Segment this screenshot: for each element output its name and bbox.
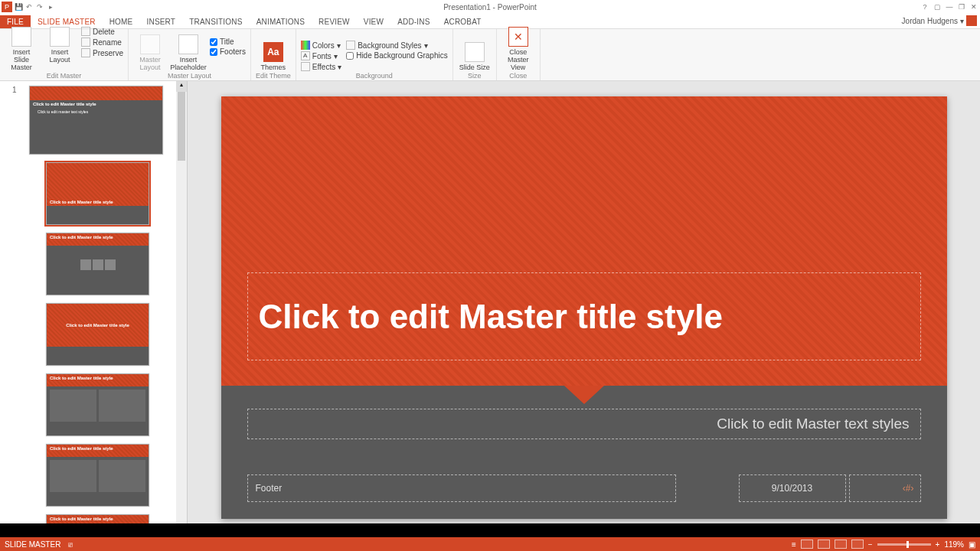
footers-checkbox[interactable]: Footers xyxy=(210,47,246,56)
ribbon-tabs: FILE SLIDE MASTER HOME INSERT TRANSITION… xyxy=(0,14,980,29)
date-placeholder[interactable]: 9/10/2013 xyxy=(739,474,846,502)
minimize-icon[interactable]: — xyxy=(945,2,954,11)
qat-save-icon[interactable]: 💾 xyxy=(14,2,23,11)
restore-icon[interactable]: ❐ xyxy=(957,2,966,11)
colors-button[interactable]: Colors ▾ xyxy=(301,41,341,50)
slide-size-icon xyxy=(465,42,485,62)
ribbon: Insert Slide Master Insert Layout Delete… xyxy=(0,29,980,81)
slide-size-button[interactable]: Slide Size xyxy=(458,41,492,71)
ribbon-group-master-layout: Master Layout Insert Placeholder Title F… xyxy=(129,29,251,80)
themes-icon: Aa xyxy=(263,42,283,62)
layout-thumbnail-5[interactable]: Click to edit Master title style xyxy=(46,444,149,507)
group-label: Edit Master xyxy=(47,72,82,80)
account-name: Jordan Hudgens xyxy=(902,17,958,25)
ribbon-group-size: Slide Size Size xyxy=(453,29,497,80)
slide[interactable]: Click to edit Master title style Click t… xyxy=(221,96,947,519)
layout-thumbnail-6[interactable]: Click to edit Master title style xyxy=(46,514,149,523)
slide-master-icon xyxy=(11,27,31,47)
bg-styles-button[interactable]: Background Styles ▾ xyxy=(346,41,448,50)
group-label: Background xyxy=(356,72,393,80)
number-placeholder[interactable]: ‹#› xyxy=(849,474,921,502)
group-label: Master Layout xyxy=(168,72,211,80)
fonts-icon: A xyxy=(301,51,310,60)
help-icon[interactable]: ? xyxy=(920,2,929,11)
delete-icon xyxy=(81,27,90,36)
account-user[interactable]: Jordan Hudgens ▾ xyxy=(902,15,977,26)
footer-placeholder[interactable]: Footer xyxy=(247,474,676,502)
tab-review[interactable]: REVIEW xyxy=(312,15,357,28)
layout-icon xyxy=(50,27,70,47)
normal-view-button[interactable] xyxy=(801,540,813,549)
qat-start-icon[interactable]: ▸ xyxy=(46,2,55,11)
subtitle-placeholder[interactable]: Click to edit Master text styles xyxy=(247,409,921,439)
qat-undo-icon[interactable]: ↶ xyxy=(24,2,34,11)
app-icon: P xyxy=(2,2,12,12)
chevron-down-icon: ▾ xyxy=(424,41,428,50)
zoom-out-button[interactable]: − xyxy=(868,540,873,549)
zoom-level[interactable]: 119% xyxy=(944,540,964,549)
window-titlebar: P 💾 ↶ ↷ ▸ Presentation1 - PowerPoint ? ▢… xyxy=(0,0,980,14)
placeholder-icon xyxy=(178,34,198,54)
zoom-slider[interactable] xyxy=(877,543,931,546)
effects-button[interactable]: Effects ▾ xyxy=(301,62,341,71)
status-mode: SLIDE MASTER xyxy=(5,540,60,549)
hide-bg-checkbox[interactable]: Hide Background Graphics xyxy=(346,51,448,60)
avatar xyxy=(966,15,977,26)
chevron-down-icon: ▾ xyxy=(338,63,341,71)
chevron-down-icon: ▾ xyxy=(337,41,341,50)
ribbon-group-edit-theme: Aa Themes Edit Theme xyxy=(251,29,296,80)
layout-thumbnail-3[interactable]: Click to edit Master title style xyxy=(46,303,149,366)
ribbon-group-edit-master: Insert Slide Master Insert Layout Delete… xyxy=(0,29,129,80)
title-checkbox[interactable]: Title xyxy=(210,37,246,46)
title-placeholder[interactable]: Click to edit Master title style xyxy=(247,272,921,360)
insert-placeholder-button[interactable]: Insert Placeholder xyxy=(172,33,205,71)
chevron-down-icon: ▾ xyxy=(334,52,338,60)
tab-acrobat[interactable]: ACROBAT xyxy=(437,15,488,28)
group-label: Close xyxy=(509,72,527,80)
tab-transitions[interactable]: TRANSITIONS xyxy=(182,15,249,28)
qat-redo-icon[interactable]: ↷ xyxy=(35,2,44,11)
tab-animations[interactable]: ANIMATIONS xyxy=(250,15,312,28)
close-icon: ✕ xyxy=(508,27,528,47)
insert-layout-button[interactable]: Insert Layout xyxy=(43,25,77,64)
zoom-handle[interactable] xyxy=(906,541,909,548)
colors-icon xyxy=(301,41,310,50)
slide-canvas[interactable]: ➤ Click to edit Master title style Click… xyxy=(188,81,980,523)
insert-slide-master-button[interactable]: Insert Slide Master xyxy=(5,25,38,71)
thumb-number: 1 xyxy=(12,86,17,94)
zoom-in-button[interactable]: + xyxy=(936,540,940,549)
group-label: Size xyxy=(468,72,482,80)
comments-icon[interactable]: ≡ xyxy=(792,540,796,549)
tab-addins[interactable]: ADD-INS xyxy=(390,15,437,28)
sorter-view-button[interactable] xyxy=(818,540,830,549)
preserve-icon xyxy=(81,48,90,57)
layout-thumbnail-4[interactable]: Click to edit Master title style xyxy=(46,373,149,436)
ribbon-options-icon[interactable]: ▢ xyxy=(933,2,942,11)
group-label: Edit Theme xyxy=(256,72,291,80)
ribbon-group-background: Colors ▾ AFonts ▾ Effects ▾ Background S… xyxy=(296,29,453,80)
close-master-view-button[interactable]: ✕ Close Master View xyxy=(501,25,535,71)
ribbon-group-close: ✕ Close Master View Close xyxy=(497,29,541,80)
master-thumbnail[interactable]: Click to edit Master title style Click t… xyxy=(29,86,163,155)
notch-shape xyxy=(564,386,604,404)
fit-to-window-button[interactable]: ▣ xyxy=(969,540,975,549)
master-layout-button[interactable]: Master Layout xyxy=(133,33,167,71)
fonts-button[interactable]: AFonts ▾ xyxy=(301,51,341,60)
close-window-icon[interactable]: ✕ xyxy=(969,2,978,11)
preserve-button[interactable]: Preserve xyxy=(81,48,123,57)
layout-thumbnail-2[interactable]: Click to edit Master title style xyxy=(46,233,149,295)
letterbox xyxy=(0,523,980,537)
slideshow-view-button[interactable] xyxy=(851,540,864,549)
effects-icon xyxy=(301,62,310,71)
window-title: Presentation1 - PowerPoint xyxy=(443,3,537,11)
status-lang-icon[interactable]: ⎚ xyxy=(68,540,73,549)
delete-button[interactable]: Delete xyxy=(81,27,123,36)
rename-button[interactable]: Rename xyxy=(81,37,123,47)
themes-button[interactable]: Aa Themes xyxy=(256,41,290,71)
tab-insert[interactable]: INSERT xyxy=(139,15,182,28)
tab-view[interactable]: VIEW xyxy=(357,15,390,28)
layout-thumbnail-1[interactable]: Click to edit Master title style xyxy=(46,162,149,225)
rename-icon xyxy=(81,37,90,47)
reading-view-button[interactable] xyxy=(835,540,847,549)
thumbnail-panel: ▴ 1 Click to edit Master title style Cli… xyxy=(0,81,188,523)
